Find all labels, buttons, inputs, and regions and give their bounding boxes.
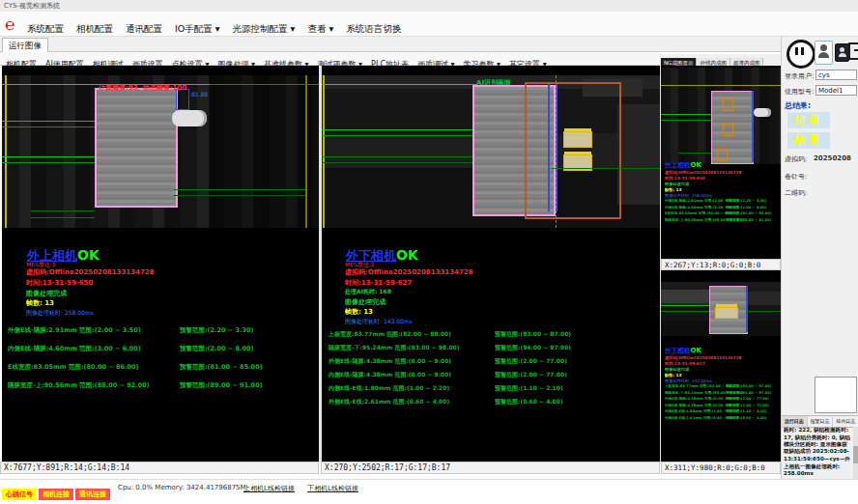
toolbar: 相机配置AI使用配置相机调试画质设置点检设置 ▾图像处理 ▾基准线参数 ▾测试项… — [0, 52, 660, 66]
log-tab-2[interactable]: 操作日志 — [833, 416, 858, 427]
camera-name: 外下相机 — [665, 347, 690, 354]
result-ok: OK — [690, 160, 701, 168]
vcode-value: 20250208 — [814, 154, 851, 162]
mid-camera-image: AI识别画面 — [322, 75, 660, 228]
cpu-memory-text: Cpu: 0.0% Memory: 3424.41796875M — [118, 484, 246, 491]
notes-field[interactable] — [815, 377, 857, 413]
edge-line — [661, 114, 711, 115]
menu-item-0[interactable]: 系统配置 — [27, 23, 64, 34]
menu-item-6[interactable]: 系统语言切换 — [346, 23, 401, 34]
pause-icon — [801, 47, 804, 55]
menu-item-4[interactable]: 光源控制配置 ▾ — [233, 23, 296, 34]
pause-button[interactable] — [786, 40, 815, 69]
process-elapsed: 图像处理耗时: 258.00ms — [26, 309, 94, 318]
menu-item-2[interactable]: 通讯配置 — [126, 23, 162, 34]
ai-elapsed: 处理AI耗时: 168 — [345, 288, 391, 296]
measure-row: 外侧E线-隔膜:4.38mm 范围:(0.00 ~ 9.00)预警范围:(2.0… — [329, 357, 657, 371]
result-ok: OK — [396, 247, 418, 263]
app-logo-icon: ℮ — [5, 14, 14, 35]
process-elapsed: 图像处理耗时: 143.00ms — [345, 318, 413, 326]
measure-row: 外侧E线-E线:2.61mm 范围:(0.60 ~ 4.00)预警范围:(0.6… — [665, 415, 781, 422]
edge-line — [661, 311, 709, 312]
log-tab-0[interactable]: 运行日志 — [782, 416, 808, 427]
vcode-label: 虚拟码: — [785, 154, 807, 164]
tab-strip: 运行图像 — [0, 37, 858, 52]
measure-row: E线宽度:83.05mm 范围:(80.00 ~ 86.00)预警范围:(81.… — [8, 363, 315, 381]
status-bar: 心跳信号相机连接通讯连接 Cpu: 0.0% Memory: 3424.4179… — [0, 479, 858, 504]
small-b-info: 外下相机OK 虚拟码:Offline20250208133134728 时间:1… — [665, 344, 781, 422]
scrollbar-thumb[interactable] — [853, 446, 858, 463]
log-scrollbar[interactable] — [853, 427, 858, 479]
log-text: 耗时: 222, 缺陷检测耗时: 17, 缺陷分类耗时: 0, 缺陷模块分区耗时… — [784, 427, 851, 478]
result-ok: OK — [77, 247, 100, 263]
edge-line — [322, 135, 472, 136]
edge-line — [2, 156, 95, 157]
model-field[interactable]: Model1 — [815, 85, 857, 96]
edge-line — [552, 168, 660, 169]
small-panel-tab-0[interactable]: NG成图显示 — [661, 58, 697, 66]
gripper-blob — [754, 108, 771, 117]
small-a-info: 外上相机OK 虚拟码:Offline20250208133134728 时间:1… — [665, 158, 781, 224]
log-tab-1[interactable]: 报警日志 — [808, 416, 834, 427]
tab-run-image[interactable]: 运行图像 — [2, 38, 48, 53]
qr-label: 二维码: — [785, 188, 807, 198]
status-badge-2: 通讯连接 — [75, 489, 110, 500]
measure-row: 内侧E线-隔膜:4.60mm 范围:(3.00 ~ 6.00)预警范围:(2.0… — [8, 345, 315, 363]
status-badge-1: 相机连接 — [39, 489, 73, 500]
edge-line — [31, 210, 95, 211]
measure-row: 外侧E线-E线:2.61mm 范围:(0.60 ~ 4.00)预警范围:(0.6… — [329, 398, 657, 411]
detection-label: 81.88 — [191, 91, 208, 98]
small-panel-tab-2[interactable]: 超薄内成图 — [730, 58, 764, 66]
measure-row: 上极宽度:83.77mm 范围:(82.00 ~ 88.00)预警范围:(83.… — [665, 383, 781, 390]
menu-item-1[interactable]: 相机配置 — [76, 23, 113, 34]
measure-row: 外侧E线-隔膜:2.91mm 范围:(2.00 ~ 3.50)预警范围:(2.2… — [8, 326, 315, 345]
upper-camera-link[interactable]: 上相机L线检链接 — [243, 484, 295, 493]
measure-row: 外侧E线-隔膜:2.91mm 范围:(2.00 ~ 3.50)预警范围:(2.2… — [665, 198, 781, 205]
user-dark-icon — [840, 47, 844, 52]
edge-line — [661, 305, 709, 306]
login-user-field[interactable]: cys — [815, 70, 857, 80]
menu-bar: ℮ 系统配置相机配置通讯配置IO手配置 ▾光源控制配置 ▾查看 ▾系统语言切换 — [0, 12, 858, 37]
measure-row: 隔膜宽度-下:95.24mm 范围:(93.00 ~ 98.00)预警范围:(9… — [329, 344, 657, 357]
user-dark-icon — [839, 53, 846, 57]
frame-count: 帧数: 13 — [26, 298, 54, 308]
ai-detection-box — [525, 82, 621, 219]
measure-row: 内侧E线-E线:1.90mm 范围:(1.00 ~ 2.20)预警范围:(1.1… — [329, 384, 657, 398]
status-badges: 心跳信号相机连接通讯连接 — [2, 482, 112, 500]
logout-icon — [854, 49, 858, 51]
result-ok: OK — [690, 346, 701, 353]
machine-part — [661, 290, 709, 303]
edge-line — [678, 153, 711, 154]
measure-row: 上极宽度:83.77mm 范围:(82.00 ~ 88.00)预警范围:(83.… — [329, 330, 657, 344]
edge-line — [746, 311, 781, 312]
small-panel-tab-1[interactable]: 外线内成图 — [697, 58, 730, 66]
lower-camera-link[interactable]: 下相机L线检链接 — [307, 484, 358, 493]
small-a-coordbar: X:267;Y:13;R:0;G:0;B:0 — [661, 259, 781, 270]
edge-guide — [746, 286, 748, 332]
exit-button[interactable] — [848, 42, 858, 60]
camera-name: 外上相机 — [665, 161, 690, 169]
user-icon — [818, 52, 829, 58]
edge-line — [31, 217, 95, 218]
reference-line — [661, 85, 781, 86]
operator-login-button[interactable] — [815, 41, 833, 65]
login-user-label: 登录用户: — [785, 71, 814, 81]
process-status: 图像处理完成 — [26, 289, 67, 298]
barcode-text: 虚拟码:Offline20250208133134728 — [345, 267, 473, 277]
edge-line — [174, 195, 305, 196]
measure-row: 隔膜宽度-上:90.56mm 范围:(88.00 ~ 92.00)预警范围:(8… — [665, 217, 781, 224]
ng-image-a — [661, 68, 781, 164]
menu-item-3[interactable]: IO手配置 ▾ — [175, 23, 220, 34]
status-badge-0: 心跳信号 — [2, 489, 37, 500]
result-box-upper: 结果 — [787, 112, 830, 128]
threshold-overlay-text: 计算阈值:93, 动态阈值:100 — [99, 83, 186, 93]
menu-item-5[interactable]: 查看 ▾ — [307, 23, 333, 34]
edge-line — [322, 162, 472, 163]
process-status: 图像处理完成 — [345, 297, 386, 307]
ng-image-b — [661, 282, 781, 336]
total-result-label: 总结果: — [785, 100, 811, 111]
edge-line — [2, 162, 95, 163]
edge-line — [2, 121, 95, 122]
admin-user-button[interactable] — [835, 43, 849, 62]
right-sidebar: 登录用户: cys 使用型号: Model1 总结果: 结果 结果 虚拟码: 2… — [781, 37, 858, 479]
